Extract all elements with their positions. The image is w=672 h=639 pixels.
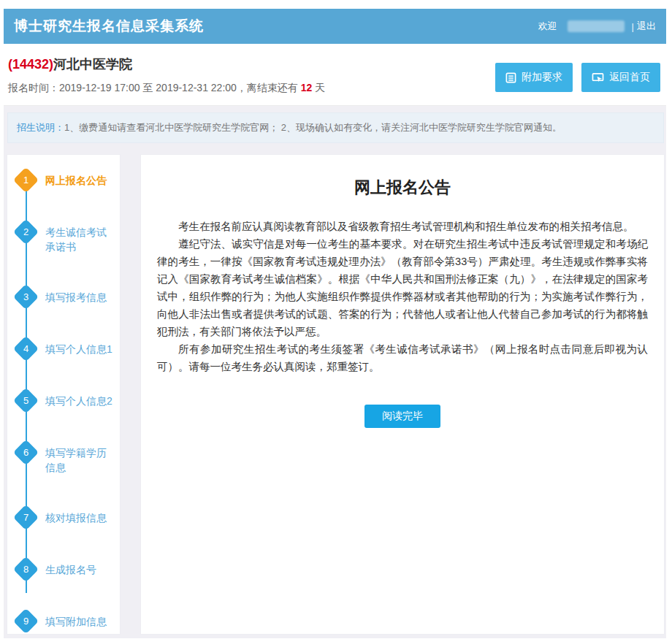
step-integrity-pledge[interactable]: 2 考生诚信考试承诺书 (17, 223, 112, 254)
step-5-label: 填写个人信息2 (45, 391, 112, 408)
step-7-label: 核对填报信息 (45, 508, 107, 525)
school-code: (14432) (8, 57, 53, 72)
extra-requirements-button[interactable]: 附加要求 (495, 63, 573, 92)
read-button-row: 阅读完毕 (157, 405, 648, 428)
step-generate-number[interactable]: 8 生成报名号 (17, 560, 112, 578)
school-header: (14432)河北中医学院 报名时间：2019-12-19 17:00 至 20… (4, 44, 666, 106)
step-8-diamond: 8 (13, 556, 39, 582)
school-name-line: (14432)河北中医学院 (8, 56, 325, 73)
notice-text: 1、缴费通知请查看河北中医学院研究生学院官网； 2、现场确认如有变化，请关注河北… (64, 122, 562, 133)
days-left: 12 (301, 82, 313, 93)
page: 博士研究生报名信息采集系统 欢迎 | 退出 (14432)河北中医学院 报名时间… (4, 9, 666, 638)
document-list-icon (505, 72, 516, 83)
return-home-label: 返回首页 (609, 71, 650, 84)
content-area: 招生说明：1、缴费通知请查看河北中医学院研究生学院官网； 2、现场确认如有变化，… (4, 106, 666, 638)
step-1-diamond: 1 (13, 167, 39, 193)
days-unit: 天 (312, 82, 325, 93)
step-2-label: 考生诚信考试承诺书 (45, 223, 112, 254)
announcement-panel: 网上报名公告 考生在报名前应认真阅读教育部以及省级教育招生考试管理机构和招生单位… (140, 154, 665, 635)
period-label: 报名时间： (8, 82, 59, 93)
step-4-label: 填写个人信息1 (45, 340, 112, 356)
announcement-paragraph-2: 遵纪守法、诚实守信是对每一位考生的基本要求。对在研究生招生考试中违反考试管理规定… (157, 235, 648, 340)
step-7-diamond: 7 (13, 505, 39, 530)
step-2-diamond: 2 (13, 219, 39, 245)
notice-label: 招生说明： (17, 122, 64, 133)
header-actions: 附加要求 返回首页 (495, 56, 660, 92)
step-9-diamond: 9 (13, 608, 39, 634)
steps-sidebar: 1 网上报名公告 2 考生诚信考试承诺书 3 填写报考信息 4 填写个人信息1 … (7, 154, 121, 635)
announcement-paragraph-3: 所有参加研究生招生考试的考生须签署《考生诚信考试承诺书》（网上报名时点击同意后即… (157, 340, 648, 375)
censored-username (568, 20, 625, 32)
period-value: 2019-12-19 17:00 至 2019-12-31 22:00 (59, 82, 237, 93)
app-title: 博士研究生报名信息采集系统 (14, 17, 204, 36)
app-header: 博士研究生报名信息采集系统 欢迎 | 退出 (4, 9, 666, 44)
school-info: (14432)河北中医学院 报名时间：2019-12-19 17:00 至 20… (8, 56, 325, 95)
announcement-paragraph-1: 考生在报名前应认真阅读教育部以及省级教育招生考试管理机构和招生单位发布的相关招考… (157, 218, 648, 235)
return-home-button[interactable]: 返回首页 (581, 63, 660, 92)
school-name: 河北中医学院 (53, 57, 132, 72)
step-1-label: 网上报名公告 (45, 171, 107, 188)
welcome-label: 欢迎 (538, 20, 557, 33)
step-5-diamond: 5 (13, 388, 39, 413)
finished-reading-button[interactable]: 阅读完毕 (364, 405, 440, 428)
admission-notice-bar: 招生说明：1、缴费通知请查看河北中医学院研究生学院官网； 2、现场确认如有变化，… (7, 112, 664, 143)
step-3-diamond: 3 (13, 284, 39, 310)
header-user-area: 欢迎 | 退出 (538, 20, 656, 33)
step-verify-info[interactable]: 7 核对填报信息 (17, 508, 112, 527)
step-4-diamond: 4 (13, 336, 39, 361)
step-8-label: 生成报名号 (45, 560, 96, 577)
countdown-prefix: ，离结束还有 (237, 82, 301, 93)
extra-requirements-label: 附加要求 (522, 71, 562, 84)
header-divider: | (632, 21, 634, 32)
step-3-label: 填写报考信息 (45, 288, 107, 305)
announcement-title: 网上报名公告 (157, 177, 648, 199)
panels: 1 网上报名公告 2 考生诚信考试承诺书 3 填写报考信息 4 填写个人信息1 … (7, 154, 665, 635)
step-additional-info[interactable]: 9 填写附加信息 (17, 612, 112, 630)
step-application-info[interactable]: 3 填写报考信息 (17, 288, 112, 306)
step-online-announcement[interactable]: 1 网上报名公告 (17, 171, 112, 189)
step-personal-info-2[interactable]: 5 填写个人信息2 (17, 391, 112, 410)
step-personal-info-1[interactable]: 4 填写个人信息1 (17, 340, 112, 358)
step-6-diamond: 6 (13, 440, 39, 465)
logout-link[interactable]: 退出 (637, 20, 656, 33)
step-9-label: 填写附加信息 (45, 612, 107, 629)
step-6-label: 填写学籍学历信息 (45, 443, 112, 475)
step-education-info[interactable]: 6 填写学籍学历信息 (17, 443, 112, 475)
registration-period: 报名时间：2019-12-19 17:00 至 2019-12-31 22:00… (8, 82, 325, 95)
monitor-cursor-icon (592, 72, 604, 83)
